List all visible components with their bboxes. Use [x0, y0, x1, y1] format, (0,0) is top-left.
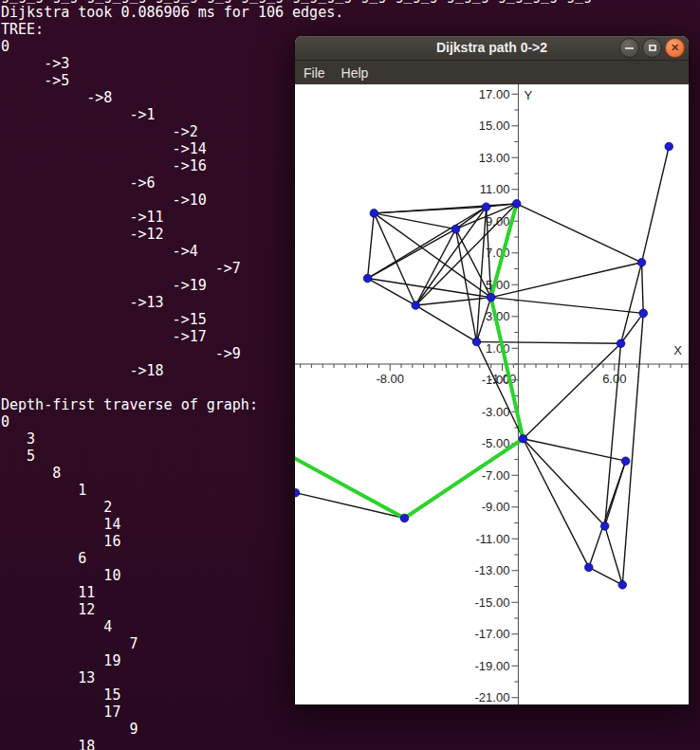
graph-edge	[374, 213, 490, 298]
graph-node	[639, 309, 648, 318]
graph-node	[451, 225, 460, 233]
close-icon: ✕	[671, 43, 679, 53]
graph-edge	[368, 207, 487, 278]
graph-node	[363, 274, 372, 283]
y-tick-label: 9.00	[486, 214, 509, 229]
graph-edge	[642, 147, 670, 263]
graph-edge	[642, 263, 644, 314]
y-tick-label: 1.00	[486, 341, 509, 356]
graph-edge	[523, 439, 625, 461]
y-tick-label: -15.00	[475, 595, 510, 610]
menu-file[interactable]: File	[302, 65, 327, 81]
graph-node	[665, 142, 673, 151]
graph-node	[637, 259, 646, 267]
graph-node	[295, 488, 300, 497]
graph-edge	[605, 526, 623, 585]
graph-edge	[491, 298, 644, 314]
y-tick-label: 13.00	[479, 151, 510, 165]
graph-edge	[523, 439, 588, 568]
y-axis-name: Y	[524, 88, 532, 102]
x-tick-label: 6.00	[602, 372, 626, 386]
y-tick-label: 17.00	[479, 87, 510, 101]
maximize-button[interactable]	[642, 38, 662, 58]
graph-edge	[368, 279, 491, 298]
y-tick-label: -19.00	[475, 659, 510, 673]
graph-edge	[476, 207, 486, 341]
graph-node	[519, 434, 527, 443]
y-tick-label: -9.00	[482, 500, 510, 514]
menu-bar: File Help	[295, 61, 689, 84]
graph-edge	[621, 263, 642, 343]
graph-edge	[374, 213, 415, 305]
dijkstra-window: Dijkstra path 0->2 ✕ File Help -8.00-1.0…	[295, 36, 689, 704]
graph-edge	[476, 342, 523, 439]
y-tick-label: -17.00	[475, 627, 510, 641]
y-tick-label: -13.00	[475, 563, 510, 577]
y-tick-label: -1.00	[482, 373, 510, 387]
y-tick-label: -11.00	[475, 532, 509, 546]
graph-node	[400, 514, 409, 522]
x-tick-label: -8.00	[376, 372, 404, 386]
menu-help[interactable]: Help	[340, 65, 371, 81]
y-tick-label: -3.00	[482, 405, 510, 419]
graph-edge	[368, 213, 375, 279]
graph-edge	[523, 343, 620, 439]
graph-edge	[523, 439, 604, 526]
graph-edge	[455, 229, 490, 298]
graph-edge	[374, 204, 516, 213]
graph-node	[621, 457, 630, 466]
graph-edge	[295, 493, 404, 519]
minimize-button[interactable]	[619, 38, 639, 58]
screen: { "terminal": { "bg": "#2f0b24", "fg": "…	[0, 0, 700, 750]
graph-node	[472, 338, 481, 346]
minimize-icon	[625, 47, 634, 49]
graph-canvas: -8.00-1.006.0017.0015.0013.0011.009.007.…	[295, 84, 689, 704]
y-tick-label: 15.00	[479, 119, 510, 133]
graph-node	[412, 302, 420, 310]
graph-edge	[415, 305, 476, 342]
maximize-icon	[649, 45, 656, 51]
graph-node	[618, 581, 627, 590]
y-tick-label: -7.00	[482, 468, 510, 483]
graph-node	[370, 210, 378, 218]
window-controls: ✕	[619, 38, 685, 58]
close-button[interactable]: ✕	[665, 38, 685, 58]
graph-node	[512, 200, 521, 209]
graph-node	[617, 339, 625, 348]
y-tick-label: 11.00	[480, 182, 510, 196]
graph-node	[584, 563, 593, 572]
graph-edge	[374, 213, 455, 229]
x-axis-name: X	[673, 343, 682, 357]
graph-edge	[517, 204, 642, 263]
graph-edge	[622, 313, 643, 584]
y-tick-label: -21.00	[475, 690, 510, 704]
graph-node	[487, 293, 495, 302]
graph-node	[600, 522, 609, 531]
graph-edge	[491, 263, 642, 298]
plot-area[interactable]: -8.00-1.006.0017.0015.0013.0011.009.007.…	[295, 84, 689, 704]
window-titlebar[interactable]: Dijkstra path 0->2 ✕	[295, 36, 689, 61]
graph-node	[482, 203, 490, 211]
